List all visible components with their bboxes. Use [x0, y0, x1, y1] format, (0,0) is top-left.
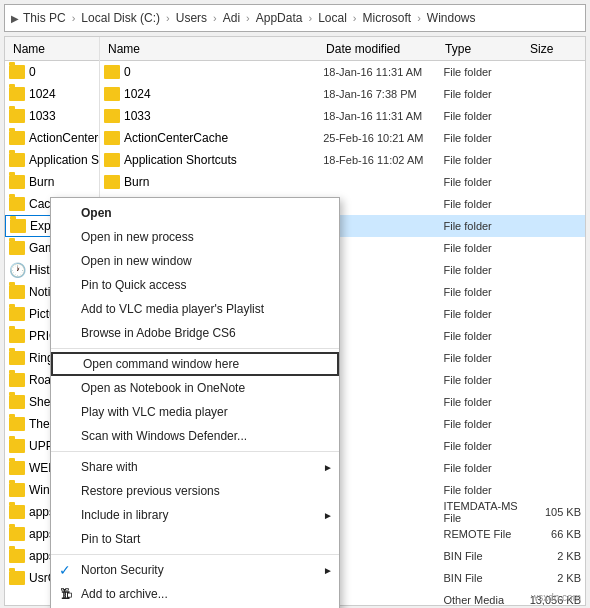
- submenu-arrow: ►: [323, 510, 333, 521]
- folder-icon: [104, 87, 120, 101]
- folder-icon: [104, 131, 120, 145]
- address-local-disk: Local Disk (C:): [81, 11, 160, 25]
- col-name-header: Name: [9, 42, 49, 56]
- folder-icon: [104, 153, 120, 167]
- menu-item-pin-start[interactable]: Pin to Start: [51, 527, 339, 551]
- table-row[interactable]: 1024 18-Jan-16 7:38 PM File folder: [100, 83, 585, 105]
- folder-icon: [9, 395, 25, 409]
- menu-item-restore-versions[interactable]: Restore previous versions: [51, 479, 339, 503]
- table-row[interactable]: 1033 18-Jan-16 11:31 AM File folder: [100, 105, 585, 127]
- menu-item-open-new-process[interactable]: Open in new process: [51, 225, 339, 249]
- address-this-pc: This PC: [23, 11, 66, 25]
- archive-icon: 🗜: [57, 585, 75, 603]
- menu-item-open-command-window[interactable]: Open command window here: [51, 352, 339, 376]
- menu-item-open[interactable]: Open: [51, 201, 339, 225]
- left-folder-1024[interactable]: 1024: [5, 83, 99, 105]
- folder-icon: [9, 483, 25, 497]
- folder-icon: [9, 197, 25, 211]
- left-col-header: Name: [5, 37, 99, 61]
- folder-icon: [9, 153, 25, 167]
- folder-icon: [9, 131, 25, 145]
- table-row[interactable]: ActionCenterCache 25-Feb-16 10:21 AM Fil…: [100, 127, 585, 149]
- address-appdata: AppData: [256, 11, 303, 25]
- menu-separator-1: [51, 348, 339, 349]
- submenu-arrow: ►: [323, 565, 333, 576]
- folder-icon: [9, 439, 25, 453]
- folder-icon: [9, 571, 25, 585]
- folder-icon: [9, 373, 25, 387]
- menu-separator-3: [51, 554, 339, 555]
- menu-item-pin-quick-access[interactable]: Pin to Quick access: [51, 273, 339, 297]
- table-row[interactable]: Burn File folder: [100, 171, 585, 193]
- explorer-container: Name 0 1024 1033 ActionCenterCache Appli…: [4, 36, 586, 606]
- folder-icon: [9, 285, 25, 299]
- menu-item-include-library[interactable]: Include in library ►: [51, 503, 339, 527]
- folder-icon: [104, 109, 120, 123]
- col-type-header: Type: [445, 42, 530, 56]
- history-icon: 🕐: [9, 262, 25, 278]
- folder-icon: [9, 175, 25, 189]
- table-row[interactable]: Application Shortcuts 18-Feb-16 11:02 AM…: [100, 149, 585, 171]
- folder-icon: [9, 549, 25, 563]
- left-folder-actioncentercache[interactable]: ActionCenterCache: [5, 127, 99, 149]
- folder-icon: [9, 505, 25, 519]
- left-folder-0[interactable]: 0: [5, 61, 99, 83]
- col-headers: Name Date modified Type Size: [100, 37, 585, 61]
- menu-item-share-with[interactable]: Share with ►: [51, 455, 339, 479]
- col-date-header: Date modified: [326, 42, 445, 56]
- menu-item-play-vlc[interactable]: Play with VLC media player: [51, 400, 339, 424]
- watermark: wsxdn.com: [531, 592, 581, 603]
- address-local: Local: [318, 11, 347, 25]
- back-arrow: ▶: [11, 13, 19, 24]
- address-bar[interactable]: ▶ This PC › Local Disk (C:) › Users › Ad…: [4, 4, 586, 32]
- menu-item-adobe-bridge[interactable]: Browse in Adobe Bridge CS6: [51, 321, 339, 345]
- left-folder-application-shortcuts[interactable]: Application Shortcuts: [5, 149, 99, 171]
- left-folder-1033[interactable]: 1033: [5, 105, 99, 127]
- folder-icon: [104, 175, 120, 189]
- folder-icon: [9, 417, 25, 431]
- left-folder-burn[interactable]: Burn: [5, 171, 99, 193]
- folder-icon: [9, 307, 25, 321]
- folder-icon: [9, 329, 25, 343]
- menu-item-scan-defender[interactable]: Scan with Windows Defender...: [51, 424, 339, 448]
- menu-separator-2: [51, 451, 339, 452]
- col-size-header: Size: [530, 42, 581, 56]
- folder-icon: [9, 241, 25, 255]
- context-menu: Open Open in new process Open in new win…: [50, 197, 340, 608]
- menu-item-open-onenote[interactable]: Open as Notebook in OneNote: [51, 376, 339, 400]
- address-users: Users: [176, 11, 207, 25]
- submenu-arrow: ►: [323, 462, 333, 473]
- folder-icon: [9, 351, 25, 365]
- address-windows: Windows: [427, 11, 476, 25]
- menu-item-add-vlc[interactable]: Add to VLC media player's Playlist: [51, 297, 339, 321]
- folder-icon: [9, 65, 25, 79]
- address-microsoft: Microsoft: [362, 11, 411, 25]
- folder-icon: [104, 65, 120, 79]
- check-icon: ✓: [59, 562, 71, 578]
- menu-item-open-new-window[interactable]: Open in new window: [51, 249, 339, 273]
- folder-icon: [9, 109, 25, 123]
- folder-icon: [10, 219, 26, 233]
- menu-item-add-archive[interactable]: 🗜 Add to archive...: [51, 582, 339, 606]
- folder-icon: [9, 461, 25, 475]
- folder-icon: [9, 527, 25, 541]
- folder-icon: [9, 87, 25, 101]
- address-adi: Adi: [223, 11, 240, 25]
- menu-item-norton-security[interactable]: ✓ Norton Security ►: [51, 558, 339, 582]
- table-row[interactable]: 0 18-Jan-16 11:31 AM File folder: [100, 61, 585, 83]
- col-name-header: Name: [104, 42, 326, 56]
